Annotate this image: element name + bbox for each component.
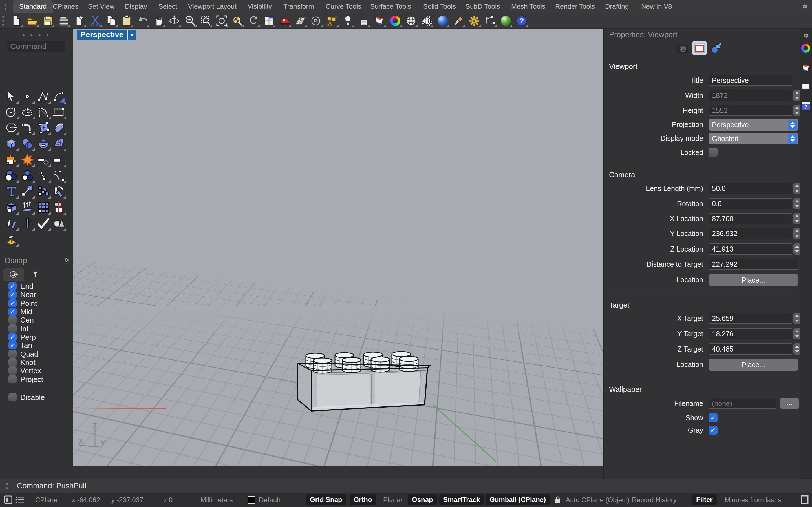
menu-display[interactable]: Display (125, 0, 147, 13)
fillet-curve-icon[interactable] (20, 120, 35, 135)
osnap-row-quad[interactable]: Quad (0, 350, 73, 358)
lock-icon[interactable] (357, 14, 370, 27)
command-history-bar[interactable]: Command: PushPull (0, 480, 812, 493)
perp-checkbox[interactable] (8, 333, 17, 341)
panel-toggle-icon[interactable] (4, 496, 12, 505)
curve-corner-icon[interactable] (52, 89, 66, 104)
near-checkbox[interactable] (8, 290, 17, 298)
menu-visibility[interactable]: Visibility (248, 0, 272, 13)
project-checkbox[interactable] (8, 375, 17, 383)
select-arrow-icon[interactable] (4, 89, 18, 104)
panel-gear-icon[interactable] (801, 31, 811, 41)
menu-viewport-layout[interactable]: Viewport Layout (188, 0, 237, 13)
menubar-gear-icon[interactable] (801, 3, 808, 10)
zoom-selected-icon[interactable] (231, 14, 244, 27)
named-views-icon[interactable] (278, 14, 292, 27)
menu-standard[interactable]: Standard (13, 0, 53, 13)
command-list-icon[interactable] (15, 496, 24, 505)
projection-dropdown[interactable]: Perspective (709, 119, 798, 131)
menu-subd-tools[interactable]: SubD Tools (465, 0, 500, 13)
edit-annotate-icon[interactable] (73, 14, 86, 27)
primitives-icon[interactable] (52, 216, 66, 231)
blend-curve-icon[interactable] (36, 168, 51, 183)
gumball-icon[interactable] (20, 216, 35, 231)
help-icon[interactable]: ? (515, 14, 528, 27)
osnap-row-end[interactable]: End (0, 282, 73, 290)
x-location-field[interactable] (709, 213, 792, 224)
ellipse-icon[interactable] (20, 105, 35, 119)
menubar-grip[interactable] (4, 8, 6, 10)
menu-curve-tools[interactable]: Curve Tools (326, 0, 361, 13)
filter-toggle[interactable]: Filter (692, 494, 717, 505)
copy-icon[interactable] (104, 14, 118, 27)
menu-cplanes[interactable]: CPlanes (53, 0, 79, 13)
wireframe-view-icon[interactable] (420, 14, 434, 27)
undo-icon[interactable] (136, 14, 149, 27)
hide-objects-icon[interactable] (310, 14, 323, 27)
browse-button[interactable]: ... (780, 398, 799, 409)
new-document-icon[interactable] (10, 14, 23, 27)
ortho-toggle[interactable]: Ortho (350, 494, 376, 505)
camera-place-button[interactable]: Place... (709, 274, 798, 286)
grid-array-icon[interactable] (36, 200, 51, 215)
extend-curve-icon[interactable] (52, 168, 66, 183)
viewport-layout-icon[interactable] (262, 14, 276, 27)
menu-transform[interactable]: Transform (283, 0, 314, 13)
sphere-icon[interactable] (20, 136, 35, 151)
rotate-icon[interactable] (52, 184, 66, 199)
menubar-grip[interactable] (4, 4, 6, 6)
boolean-union-icon[interactable] (4, 168, 18, 183)
check-icon[interactable] (36, 216, 51, 231)
menu-set-view[interactable]: Set View (88, 0, 114, 13)
menu-solid-tools[interactable]: Solid Tools (423, 0, 456, 13)
y-target-field[interactable] (709, 328, 792, 339)
viewport-tab-icon[interactable] (693, 41, 707, 55)
osnap-row-near[interactable]: Near (0, 290, 73, 299)
bottom-panel-toggle-icon[interactable] (801, 495, 809, 506)
box-icon[interactable] (4, 136, 18, 151)
text-icon[interactable] (4, 184, 18, 199)
array-icon[interactable] (36, 184, 51, 199)
osnap-row-vertex[interactable]: Vertex (0, 367, 73, 375)
light-icon[interactable] (341, 14, 355, 27)
osnap-row-knot[interactable]: Knot (0, 358, 73, 367)
menu-render-tools[interactable]: Render Tools (555, 0, 595, 13)
polygon-icon[interactable] (4, 120, 18, 135)
int-checkbox[interactable] (8, 325, 17, 333)
viewport-title-pill[interactable]: Perspective (77, 30, 136, 40)
menu-select[interactable]: Select (158, 0, 177, 13)
osnap-row-int[interactable]: Int (0, 325, 73, 333)
filename-field[interactable] (709, 398, 776, 409)
units[interactable]: Millimeters (200, 493, 233, 507)
osnap-tab-filter[interactable] (25, 268, 46, 281)
osnap-row-mid[interactable]: Mid (0, 307, 73, 316)
render-preview-icon[interactable] (373, 14, 386, 27)
planar-toggle[interactable]: Planar (383, 493, 403, 507)
material-earth-icon[interactable] (499, 14, 513, 27)
gumball-toggle[interactable]: Gumball (CPlane) (486, 494, 550, 505)
osnap-row-tan[interactable]: Tan (0, 341, 73, 349)
explode-icon[interactable] (20, 152, 35, 167)
target-place-button[interactable]: Place... (709, 359, 798, 371)
control-point-curve-icon[interactable] (36, 89, 51, 104)
color-wheel-icon[interactable] (389, 14, 402, 27)
cplane-lock-icon[interactable] (554, 496, 561, 505)
viewport-dropdown-arrow-icon[interactable] (128, 30, 136, 40)
rotation-field[interactable] (709, 198, 792, 209)
torus-icon[interactable] (36, 136, 51, 151)
x-target-field[interactable] (709, 313, 792, 324)
camera-tab-icon[interactable] (675, 41, 689, 55)
layer-color-swatch[interactable] (248, 496, 255, 504)
command-input[interactable] (7, 41, 65, 52)
options-gear-icon[interactable] (467, 14, 481, 27)
zoom-extents-icon[interactable] (215, 14, 229, 27)
undo-view-icon[interactable] (246, 14, 260, 27)
surface-cp-icon[interactable] (36, 120, 51, 135)
display-mode-dropdown[interactable]: Ghosted (709, 133, 798, 145)
lens-length-field[interactable] (709, 183, 792, 194)
scale-icon[interactable] (20, 184, 35, 199)
boolean-difference-icon[interactable] (20, 168, 35, 183)
properties-strip-tab-icon[interactable] (801, 43, 811, 53)
osnap-row-disable[interactable]: Disable (0, 393, 73, 402)
minutes-from-last-save[interactable]: Minutes from last s (725, 493, 781, 507)
